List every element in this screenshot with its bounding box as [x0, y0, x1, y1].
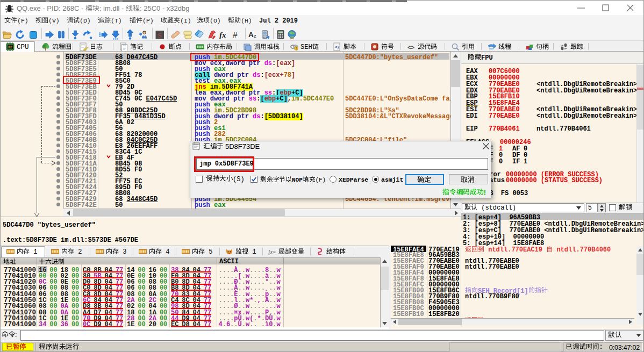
svg-text:fx: fx — [219, 31, 226, 39]
svg-text:!: ! — [296, 46, 297, 50]
svg-text:<): <) — [335, 45, 339, 49]
svg-text:[x=]: [x=] — [268, 249, 276, 255]
svg-text:#: # — [233, 30, 238, 39]
svg-text:S: S — [158, 31, 162, 39]
svg-text:A: A — [248, 31, 254, 39]
svg-text:<>: <> — [407, 44, 414, 51]
svg-text:z: z — [254, 33, 256, 39]
svg-text:32: 32 — [8, 45, 12, 49]
